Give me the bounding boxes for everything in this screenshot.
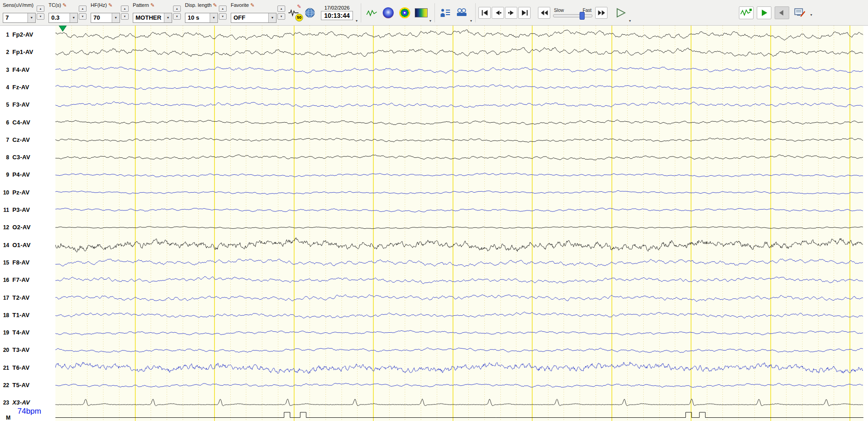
sens-spin-up[interactable]: ▲ xyxy=(37,5,44,12)
hf-combo[interactable]: 70▼ xyxy=(91,13,120,23)
favorite-spin-up[interactable]: ▲ xyxy=(277,5,285,12)
channel-label-f8-av[interactable]: 15F8-AV xyxy=(0,259,30,266)
favorite-label: Favorite xyxy=(231,2,249,8)
channel-name: Fp1-AV xyxy=(12,49,33,55)
topography-icon xyxy=(383,7,394,18)
channel-label-t2-av[interactable]: 17T2-AV xyxy=(0,294,30,301)
overflow-arrow-icon[interactable]: ▾ xyxy=(429,19,431,23)
speed-slider-handle[interactable] xyxy=(580,12,585,20)
channel-label-o2-av[interactable]: 12O2-AV xyxy=(0,224,31,231)
channel-label-fp2-av[interactable]: 1Fp2-AV xyxy=(0,31,33,38)
pattern-combo[interactable]: MOTHER▼ xyxy=(133,13,172,23)
channel-label-t6-av[interactable]: 21T6-AV xyxy=(0,364,30,371)
previous-page-button[interactable] xyxy=(492,7,504,19)
channel-label-f7-av[interactable]: 16F7-AV xyxy=(0,276,30,283)
hf-spin-up[interactable]: ▲ xyxy=(121,5,129,12)
channel-name: T1-AV xyxy=(12,312,30,318)
colormap-button[interactable] xyxy=(414,5,429,21)
channel-label-fp1-av[interactable]: 2Fp1-AV xyxy=(0,49,33,55)
favorite-spin-down[interactable]: ▼ xyxy=(277,13,285,20)
channel-label-t3-av[interactable]: 20T3-AV xyxy=(0,346,30,353)
brain-map-button[interactable] xyxy=(381,5,396,21)
channel-label-t4-av[interactable]: 19T4-AV xyxy=(0,329,30,336)
channel-label-c3-av[interactable]: 8C3-AV xyxy=(0,154,30,161)
hf-spin-down[interactable]: ▼ xyxy=(121,13,129,20)
channel-label-t5-av[interactable]: 22T5-AV xyxy=(0,382,30,389)
channel-label-fz-av[interactable]: 4Fz-AV xyxy=(0,84,29,91)
channel-label-f3-av[interactable]: 5F3-AV xyxy=(0,101,30,108)
pattern-spin-down[interactable]: ▼ xyxy=(173,13,181,20)
play-button[interactable] xyxy=(613,5,629,20)
start-acquisition-button[interactable] xyxy=(757,6,771,19)
channel-number: 19 xyxy=(0,329,9,336)
back-arrow-icon xyxy=(776,8,788,17)
sens-combo[interactable]: 7▼ xyxy=(3,13,36,23)
channel-label-t1-av[interactable]: 18T1-AV xyxy=(0,312,30,318)
toolbar-separator xyxy=(361,3,361,22)
video-button[interactable] xyxy=(455,5,469,21)
patient-info-button[interactable] xyxy=(438,5,453,21)
channel-label-f4-av[interactable]: 3F4-AV xyxy=(0,66,30,73)
channel-label-x3-av[interactable]: 23X3-AV xyxy=(0,399,30,406)
trend-view-button[interactable] xyxy=(364,5,379,21)
sens-spin-down[interactable]: ▼ xyxy=(37,13,44,20)
edit-pencil-icon: ✎ xyxy=(297,4,301,9)
edit-pencil-icon: ✎ xyxy=(63,3,67,8)
channel-label-pz-av[interactable]: 10Pz-AV xyxy=(0,189,30,196)
spinner-column: ▲▼ xyxy=(121,1,129,25)
channel-name: Fp2-AV xyxy=(12,31,33,38)
channel-name: F7-AV xyxy=(12,276,30,283)
control-sens: Sens(uV/mm)7▼▲▼ xyxy=(3,1,44,25)
disp-combo[interactable]: 10 s▼ xyxy=(185,13,218,23)
live-trace-button[interactable] xyxy=(739,6,754,19)
globe-icon xyxy=(304,7,315,18)
channel-label-o1-av[interactable]: 14O1-AV xyxy=(0,242,31,248)
speed-slider-track[interactable] xyxy=(553,14,592,17)
report-edit-button[interactable] xyxy=(792,6,807,19)
page-back-icon xyxy=(494,10,502,16)
combo-dropdown-icon[interactable]: ▼ xyxy=(27,13,35,22)
spectrum-button[interactable] xyxy=(397,5,412,21)
channel-label-p3-av[interactable]: 11P3-AV xyxy=(0,206,30,213)
spinner-column: ▲▼ xyxy=(79,1,87,25)
channel-name: Cz-AV xyxy=(12,136,30,143)
channel-name: Fz-AV xyxy=(12,84,29,91)
favorite-combo[interactable]: OFF▼ xyxy=(231,13,277,23)
channel-label-cz-av[interactable]: 7Cz-AV xyxy=(0,136,30,143)
rewind-button[interactable] xyxy=(538,7,550,19)
fast-forward-button[interactable] xyxy=(595,7,608,19)
channel-label-c4-av[interactable]: 6C4-AV xyxy=(0,119,30,126)
eeg-trace-area[interactable] xyxy=(55,26,863,421)
settings-globe-button[interactable] xyxy=(303,5,317,21)
notch-filter-button[interactable]: ✎ 50 xyxy=(286,5,301,21)
channel-name: T3-AV xyxy=(12,346,30,353)
control-label-row: Favorite✎ xyxy=(231,2,277,8)
combo-dropdown-icon[interactable]: ▼ xyxy=(112,13,119,22)
disp-spin-down[interactable]: ▼ xyxy=(219,13,227,20)
overflow-arrow-icon[interactable]: ▾ xyxy=(356,19,358,23)
back-button[interactable] xyxy=(775,6,789,19)
combo-dropdown-icon[interactable]: ▼ xyxy=(164,13,172,22)
combo-dropdown-icon[interactable]: ▼ xyxy=(70,13,77,22)
edit-pencil-icon: ✎ xyxy=(213,3,217,8)
tc-combo[interactable]: 0.3▼ xyxy=(49,13,78,23)
next-page-button[interactable] xyxy=(505,7,517,19)
combo-dropdown-icon[interactable]: ▼ xyxy=(268,13,276,22)
channel-number: 18 xyxy=(0,312,9,318)
combo-dropdown-icon[interactable]: ▼ xyxy=(210,13,217,22)
overflow-arrow-icon[interactable]: ▾ xyxy=(470,19,472,23)
overflow-arrow-icon[interactable]: ▾ xyxy=(810,13,812,17)
speed-slider[interactable]: Slow Fast xyxy=(553,8,592,17)
overflow-arrow-icon[interactable]: ▾ xyxy=(629,19,631,23)
tc-spin-up[interactable]: ▲ xyxy=(79,5,87,12)
channel-name: F8-AV xyxy=(12,259,30,266)
skip-to-end-button[interactable] xyxy=(518,7,531,19)
pattern-spin-up[interactable]: ▲ xyxy=(173,5,181,12)
channel-label-p4-av[interactable]: 9P4-AV xyxy=(0,171,30,178)
tc-spin-down[interactable]: ▼ xyxy=(79,13,87,20)
disp-spin-up[interactable]: ▲ xyxy=(219,5,227,12)
edit-pencil-icon: ✎ xyxy=(108,3,112,8)
skip-to-start-button[interactable] xyxy=(478,7,491,19)
channel-number: 4 xyxy=(0,84,9,91)
control-label-row: Disp. length✎ xyxy=(185,2,218,8)
